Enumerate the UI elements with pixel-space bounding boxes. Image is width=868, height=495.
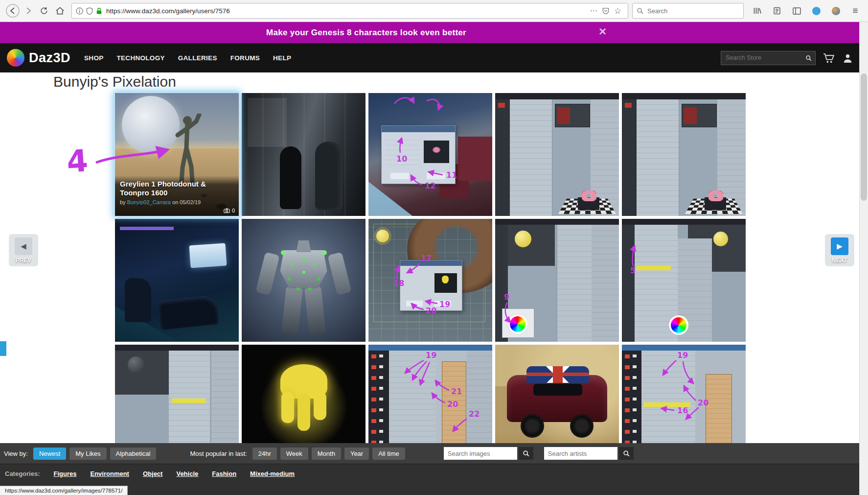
bookmark-star-icon[interactable]: ☆ [612,6,624,16]
page-scrollbar[interactable] [859,22,868,495]
reader-button[interactable] [769,3,785,19]
comment-count-value: 0 [232,208,235,213]
prev-button[interactable]: ◀ [15,237,32,255]
list-panel [557,225,592,342]
next-button[interactable]: ▶ [831,237,848,255]
search-images-button[interactable] [519,447,533,460]
forward-button[interactable] [21,3,36,19]
search-icon [637,7,643,14]
gallery-thumbnail[interactable] [495,93,619,216]
browser-search-bar[interactable] [632,3,744,19]
gallery-thumbnail[interactable] [495,219,619,342]
mech-arm [255,252,279,296]
gallery-thumbnail[interactable] [242,93,365,216]
side-tab[interactable] [0,341,6,356]
search-images-input[interactable] [444,447,517,460]
car-wheel [521,414,544,438]
extension-one-button[interactable] [808,3,824,19]
popular-year-button[interactable]: Year [344,448,369,460]
scrollbar-thumb[interactable] [861,73,867,201]
home-icon [55,6,65,15]
nav-item-technology[interactable]: TECHNOLOGY [117,54,165,62]
category-fashion-link[interactable]: Fashion [212,470,236,477]
promo-banner[interactable]: Make your Genesis 8 characters look even… [0,22,860,43]
red-swatch [625,103,632,108]
author-link[interactable]: Bunyip02_Carrara [127,199,171,205]
search-icon [523,450,529,457]
category-environment-link[interactable]: Environment [91,470,129,477]
site-info-icon[interactable] [76,7,83,15]
browser-toolbar: ⋯ ☆ ≡ [0,0,868,22]
gallery-thumbnail-greylien[interactable]: Greylien 1 Photodonut & Toonpro 1600 by … [115,93,239,216]
sidebar-button[interactable] [789,3,804,19]
dialog-window [381,125,456,184]
gallery-thumbnail[interactable] [242,219,365,342]
yellow-ball [376,230,389,242]
preview-window [682,104,717,127]
store-search-icon[interactable] [805,54,812,62]
popular-all-time-button[interactable]: All time [372,448,405,460]
nav-item-help[interactable]: HELP [273,54,291,62]
highlighted-row [172,399,206,403]
library-button[interactable] [750,3,765,19]
preview-object [433,147,440,153]
image-byline: by Bunyip02_Carrara on 05/02/19 [120,199,234,205]
search-artists-input[interactable] [544,447,617,460]
thumbnail-info-overlay: Greylien 1 Photodonut & Toonpro 1600 by … [115,176,239,216]
category-figures-link[interactable]: Figures [54,470,77,477]
gallery-thumbnail[interactable] [622,219,746,342]
gallery-thumbnail[interactable] [368,93,492,216]
car-wheel [570,414,594,438]
reload-button[interactable] [36,3,52,19]
nav-item-forums[interactable]: FORUMS [230,54,260,62]
thumbnail-image-carrara-ui [622,93,746,216]
nav-item-shop[interactable]: SHOP [84,54,103,62]
thumbnail-image-scifi-dialog [368,93,492,216]
figure-silhouette [280,146,301,209]
pocket-icon[interactable] [602,7,609,15]
tracking-shield-icon[interactable] [86,7,93,15]
blob-drip [281,392,294,423]
reader-icon [773,7,781,15]
mech-torso [280,250,327,288]
https-padlock-icon[interactable] [96,7,102,15]
account-icon[interactable] [843,53,853,63]
color-wheel [508,314,527,334]
category-vehicle-link[interactable]: Vehicle [176,470,198,477]
search-artists-button[interactable] [619,447,634,460]
page-actions-icon[interactable]: ⋯ [588,6,600,15]
back-button[interactable] [5,3,21,19]
url-input[interactable] [105,7,588,15]
byline-date: on 05/02/19 [172,199,201,205]
gallery-thumbnail[interactable] [368,219,492,342]
app-menu-button[interactable]: ≡ [847,3,863,19]
popular-month-button[interactable]: Month [312,448,341,460]
store-search-input[interactable] [725,54,805,62]
search-icon [623,450,630,457]
prev-label: PREV [11,257,36,264]
store-search-field[interactable] [721,51,816,65]
search-images-field [444,447,533,460]
mech-arm [327,252,351,296]
browser-search-input[interactable] [646,7,739,15]
dark-sphere [128,356,144,373]
category-mixed-medium-link[interactable]: Mixed-medium [250,470,295,477]
popular-24hr-button[interactable]: 24hr [252,448,277,460]
banner-close-icon[interactable]: × [599,25,606,38]
gallery-thumbnail[interactable] [115,219,239,342]
view-alphabetical-button[interactable]: Alphabetical [110,448,157,460]
home-button[interactable] [52,3,68,19]
category-object-link[interactable]: Object [143,470,162,477]
cart-icon[interactable] [823,53,835,63]
nav-item-galleries[interactable]: GALLERIES [178,54,217,62]
promo-banner-text: Make your Genesis 8 characters look even… [266,28,466,38]
reload-icon [40,6,48,15]
url-bar[interactable]: ⋯ ☆ [71,3,628,19]
view-newest-button[interactable]: Newest [33,448,66,460]
popular-week-button[interactable]: Week [280,448,308,460]
extension-two-button[interactable] [828,3,844,19]
thumbnail-image-spaceship [115,219,239,342]
gallery-thumbnail[interactable] [622,93,746,216]
view-my-likes-button[interactable]: My Likes [69,448,106,460]
daz3d-logo[interactable]: Daz3D [7,49,70,67]
